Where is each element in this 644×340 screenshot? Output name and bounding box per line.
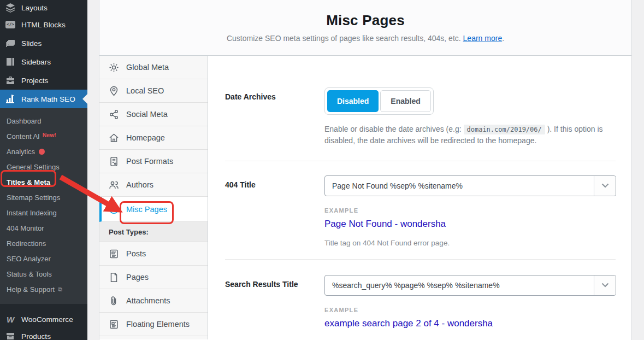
example-label: EXAMPLE <box>324 307 616 313</box>
url-code-snippet: domain.com/2019/06/ <box>464 125 545 134</box>
search-results-title-value: %search_query% %page% %sep% %sitename% <box>325 281 594 290</box>
tab-authors[interactable]: Authors <box>99 173 208 197</box>
sidebar-item-rank-math-seo[interactable]: Rank Math SEO <box>0 90 87 108</box>
sidebar-item-label: Rank Math SEO <box>21 95 75 103</box>
rank-math-settings-panel: Misc Pages Customize SEO meta settings o… <box>99 0 632 340</box>
submenu-item-content-ai[interactable]: Content AINew! <box>0 128 87 144</box>
submenu-item-404-monitor[interactable]: 404 Monitor <box>0 220 87 236</box>
title-404-label: 404 Title <box>225 175 324 247</box>
settings-header: Misc Pages Customize SEO meta settings o… <box>99 0 631 56</box>
tab-label: Floating Elements <box>126 320 190 329</box>
title-404-value: Page Not Found %sep% %sitename% <box>325 181 594 190</box>
date-archives-label: Date Archives <box>225 87 324 147</box>
rank-math-submenu: Dashboard Content AINew! Analytics Gener… <box>0 108 87 304</box>
post-types-section-header: Post Types: <box>99 222 208 242</box>
sidebar-item-label: Layouts <box>21 4 48 12</box>
learn-more-link[interactable]: Learn more <box>463 34 503 43</box>
slides-icon <box>5 38 16 49</box>
date-archives-toggle: Disabled Enabled <box>324 87 434 115</box>
search-results-example: example search page 2 of 4 - wondersha <box>324 318 616 329</box>
sidebar-item-label: Sidebars <box>21 58 51 66</box>
submenu-item-analytics[interactable]: Analytics <box>0 144 87 159</box>
sidebars-icon <box>5 56 16 67</box>
tab-misc-pages[interactable]: Misc Pages <box>99 197 208 222</box>
date-archives-row: Date Archives Disabled Enabled Enable or… <box>225 87 616 147</box>
title-404-help: Title tag on 404 Not Found error page. <box>324 239 616 247</box>
tab-pages[interactable]: Pages <box>99 266 208 289</box>
page-subtitle: Customize SEO meta settings of pages lik… <box>99 34 631 43</box>
tab-label: Posts <box>126 249 146 258</box>
sidebar-bottom-group: W WooCommerce Products <box>0 312 87 340</box>
submenu-item-seo-analyzer[interactable]: SEO Analyzer <box>0 251 87 266</box>
title-404-input[interactable]: Page Not Found %sep% %sitename% <box>324 175 616 196</box>
tab-label: Misc Pages <box>126 205 167 214</box>
share-icon <box>109 109 119 120</box>
rank-math-icon <box>5 93 16 104</box>
chevron-down-icon[interactable] <box>594 176 616 196</box>
sidebar-item-html-blocks[interactable]: </> HTML Blocks <box>0 15 87 34</box>
post-icon <box>109 319 119 330</box>
notification-dot <box>39 149 45 155</box>
tab-local-seo[interactable]: Local SEO <box>99 79 208 103</box>
users-icon <box>109 180 119 190</box>
tab-social-meta[interactable]: Social Meta <box>99 103 208 126</box>
tab-label: Attachments <box>126 296 170 305</box>
submenu-item-redirections[interactable]: Redirections <box>0 236 87 251</box>
disabled-toggle-button[interactable]: Disabled <box>327 90 379 112</box>
title-404-example: Page Not Found - wondersha <box>324 219 616 230</box>
page-icon <box>109 272 119 283</box>
layers-icon <box>5 2 16 13</box>
settings-fields: Date Archives Disabled Enabled Enable or… <box>208 56 631 339</box>
sidebar-item-label: WooCommerce <box>21 315 73 324</box>
submenu-item-sitemap-settings[interactable]: Sitemap Settings <box>0 190 87 205</box>
paperclip-icon <box>109 296 119 306</box>
sidebar-item-sidebars[interactable]: Sidebars <box>0 52 87 71</box>
settings-tab-list: Global Meta Local SEO Social Meta <box>99 56 208 339</box>
example-label: EXAMPLE <box>324 207 616 214</box>
submenu-item-status-tools[interactable]: Status & Tools <box>0 266 87 282</box>
tab-posts[interactable]: Posts <box>99 242 208 266</box>
submenu-item-titles-meta[interactable]: Titles & Meta <box>0 174 87 190</box>
sidebar-item-label: Projects <box>21 77 48 85</box>
sidebar-item-projects[interactable]: Projects <box>0 71 87 90</box>
tab-post-formats[interactable]: Post Formats <box>99 150 208 173</box>
tab-homepage[interactable]: Homepage <box>99 126 208 150</box>
submenu-item-help-support[interactable]: Help & Support⧉ <box>0 282 87 297</box>
sidebar-item-label: Products <box>21 332 51 340</box>
submenu-item-dashboard[interactable]: Dashboard <box>0 113 87 128</box>
code-icon: </> <box>5 19 16 30</box>
tab-label: Local SEO <box>126 86 164 95</box>
home-icon <box>109 133 119 143</box>
tab-label: Pages <box>126 273 149 282</box>
tab-label: Post Formats <box>126 157 173 166</box>
sidebar-item-label: HTML Blocks <box>21 21 66 29</box>
post-icon <box>109 249 119 259</box>
content-area: Misc Pages Customize SEO meta settings o… <box>87 0 644 340</box>
enabled-toggle-button[interactable]: Enabled <box>380 90 430 112</box>
sidebar-item-label: Slides <box>21 39 42 48</box>
chevron-down-icon[interactable] <box>594 275 616 295</box>
section-divider <box>225 161 616 161</box>
tab-floating-elements[interactable]: Floating Elements <box>99 313 208 336</box>
woocommerce-icon: W <box>5 314 16 325</box>
briefcase-icon <box>5 75 16 86</box>
new-badge: New! <box>43 132 56 140</box>
document-icon <box>109 156 119 167</box>
sidebar-item-slides[interactable]: Slides <box>0 34 87 52</box>
section-divider <box>225 259 616 260</box>
sidebar-item-products[interactable]: Products <box>0 327 87 340</box>
tab-global-meta[interactable]: Global Meta <box>99 56 208 79</box>
submenu-item-general-settings[interactable]: General Settings <box>0 159 87 174</box>
submenu-item-instant-indexing[interactable]: Instant Indexing <box>0 205 87 220</box>
sidebar-item-layouts[interactable]: Layouts <box>0 0 87 15</box>
tab-label: Global Meta <box>126 63 169 72</box>
list-circle-icon <box>109 204 119 214</box>
search-results-title-input[interactable]: %search_query% %page% %sep% %sitename% <box>324 275 616 296</box>
tab-attachments[interactable]: Attachments <box>99 289 208 313</box>
location-pin-icon <box>109 86 119 96</box>
sidebar-item-woocommerce[interactable]: W WooCommerce <box>0 312 87 327</box>
tab-label: Authors <box>126 180 153 189</box>
products-icon <box>5 331 16 340</box>
title-404-row: 404 Title Page Not Found %sep% %sitename… <box>225 175 616 247</box>
tab-label: Social Meta <box>126 110 168 119</box>
